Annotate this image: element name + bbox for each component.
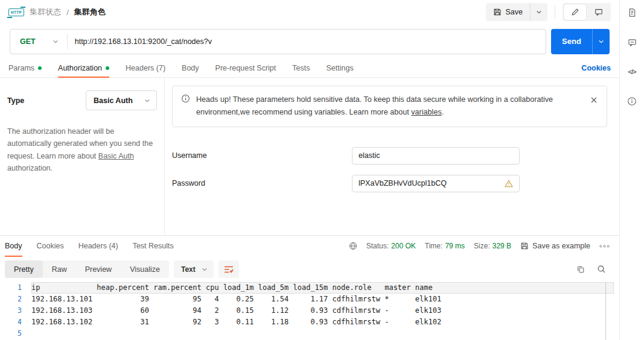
comments-icon[interactable]	[625, 36, 639, 49]
password-value: lPXaVbZBHvVdUcpl1bCQ	[359, 179, 447, 187]
tab-prerequest-label: Pre-request Script	[215, 64, 276, 72]
more-options-icon[interactable]	[599, 245, 610, 248]
banner-message-text: Heads up! These parameters hold sensitiv…	[196, 95, 553, 116]
comment-mode-button[interactable]	[587, 4, 610, 20]
response-meta: Status: 200 OK Time: 79 ms Size: 329 B S…	[349, 242, 614, 250]
authorization-status-dot	[106, 66, 109, 70]
method-selector[interactable]: GET	[10, 37, 67, 46]
chevron-down-icon	[598, 39, 604, 45]
wrap-lines-icon	[224, 265, 234, 274]
banner-close-button[interactable]	[588, 93, 599, 108]
tab-params-label: Params	[8, 64, 34, 72]
url-field: GET http://192.168.13.101:9200/_cat/node…	[10, 29, 546, 54]
response-tab-test-results[interactable]: Test Results	[133, 236, 174, 256]
response-tab-cookies[interactable]: Cookies	[37, 236, 64, 256]
tab-settings-label: Settings	[326, 64, 353, 72]
response-view-switcher: Pretty Raw Preview Visualize	[5, 260, 169, 278]
tab-params[interactable]: Params	[8, 58, 42, 77]
save-as-example-label: Save as example	[532, 242, 590, 250]
size-label: Size:	[474, 242, 490, 250]
warning-triangle-icon	[505, 180, 513, 187]
line-number: 1	[0, 282, 31, 294]
search-icon[interactable]	[597, 265, 606, 274]
username-input[interactable]: elastic	[352, 147, 520, 165]
comment-icon	[595, 8, 603, 16]
view-pretty-button[interactable]: Pretty	[5, 260, 43, 278]
tab-tests-label: Tests	[292, 64, 310, 72]
response-tab-body-label: Body	[5, 242, 22, 250]
tab-body[interactable]: Body	[182, 58, 199, 77]
response-panel: Body Cookies Headers (4) Test Results St…	[0, 235, 619, 340]
documentation-icon[interactable]	[625, 6, 639, 19]
time-label: Time:	[425, 242, 443, 250]
save-as-example-button[interactable]: Save as example	[520, 242, 590, 250]
close-icon	[590, 96, 598, 104]
request-header-bar: HTTP 集群状态 / 集群角色 Save	[0, 0, 619, 24]
chevron-down-icon	[144, 98, 150, 104]
chevron-down-icon	[53, 39, 59, 45]
code-line: 5	[0, 328, 619, 339]
info-circle-icon	[181, 94, 190, 105]
edit-mode-button[interactable]	[564, 4, 586, 20]
variables-link[interactable]: variables	[411, 108, 441, 116]
network-info-icon[interactable]	[349, 242, 357, 250]
password-input[interactable]: lPXaVbZBHvVdUcpl1bCQ	[352, 175, 520, 192]
auth-type-label: Type	[7, 96, 24, 105]
tab-prerequest-script[interactable]: Pre-request Script	[215, 58, 276, 77]
tab-headers[interactable]: Headers (7)	[126, 58, 165, 77]
username-row: Username elastic	[172, 147, 607, 165]
time-value: 79 ms	[445, 242, 465, 250]
breadcrumb-collection[interactable]: 集群状态	[30, 7, 61, 17]
line-number: 2	[0, 294, 31, 305]
auth-description-suffix: authorization.	[7, 164, 53, 172]
time-badge: Time: 79 ms	[425, 242, 465, 250]
view-visualize-button[interactable]: Visualize	[121, 260, 169, 278]
response-format-select[interactable]: Text	[174, 260, 214, 278]
response-toolbar: Pretty Raw Preview Visualize Text	[0, 256, 619, 282]
tab-authorization[interactable]: Authorization	[58, 58, 109, 77]
breadcrumb-request-name[interactable]: 集群角色	[74, 7, 106, 17]
code-snippet-icon[interactable]: </>	[625, 65, 639, 78]
send-options-button[interactable]	[592, 29, 610, 54]
response-body-editor[interactable]: 1 ip heap.percent ram.percent cpu load_1…	[0, 282, 619, 339]
tab-tests[interactable]: Tests	[292, 58, 310, 77]
basic-auth-link[interactable]: Basic Auth	[98, 152, 134, 160]
save-button[interactable]: Save	[486, 3, 531, 21]
url-input[interactable]: http://192.168.13.101:9200/_cat/nodes?v	[68, 37, 546, 46]
line-text: 192.168.13.102 31 92 3 0.11 1.18 0.93 cd…	[31, 316, 614, 328]
line-text: 192.168.13.101 39 95 4 0.25 1.54 1.17 cd…	[31, 294, 614, 305]
line-text: 192.168.13.103 60 94 2 0.15 1.12 0.93 cd…	[31, 305, 614, 316]
password-label: Password	[172, 179, 352, 187]
save-options-button[interactable]	[530, 3, 547, 21]
status-value: 200 OK	[391, 242, 416, 250]
save-icon	[520, 242, 529, 250]
size-value: 329 B	[493, 242, 511, 250]
response-format-value: Text	[181, 265, 196, 274]
status-label: Status:	[366, 242, 389, 250]
username-label: Username	[172, 151, 352, 160]
info-icon[interactable]	[625, 95, 639, 108]
view-raw-button[interactable]: Raw	[43, 260, 76, 278]
tab-settings[interactable]: Settings	[326, 58, 353, 77]
auth-type-select[interactable]: Basic Auth	[86, 90, 157, 110]
response-tab-body[interactable]: Body	[5, 236, 22, 256]
wrap-lines-button[interactable]	[218, 260, 239, 278]
code-line: 1 ip heap.percent ram.percent cpu load_1…	[0, 282, 619, 294]
size-badge: Size: 329 B	[474, 242, 511, 250]
view-preview-button[interactable]: Preview	[76, 260, 121, 278]
line-text	[31, 328, 614, 339]
send-button[interactable]: Send	[551, 29, 592, 54]
sensitive-data-banner: Heads up! These parameters hold sensitiv…	[172, 86, 607, 127]
response-tab-headers[interactable]: Headers (4)	[78, 236, 118, 256]
password-row: Password lPXaVbZBHvVdUcpl1bCQ	[172, 175, 607, 192]
line-text: ip heap.percent ram.percent cpu load_1m …	[31, 282, 614, 294]
editor-scrollbar[interactable]	[605, 282, 606, 340]
save-icon	[493, 8, 502, 16]
right-sidebar: </>	[619, 0, 644, 340]
cookies-link[interactable]: Cookies	[581, 64, 611, 72]
chevron-down-icon	[536, 9, 542, 15]
copy-icon[interactable]	[576, 265, 585, 274]
status-badge: Status: 200 OK	[366, 242, 416, 250]
authorization-panel: Type Basic Auth The authorization header…	[0, 78, 619, 235]
save-button-label: Save	[506, 8, 523, 16]
